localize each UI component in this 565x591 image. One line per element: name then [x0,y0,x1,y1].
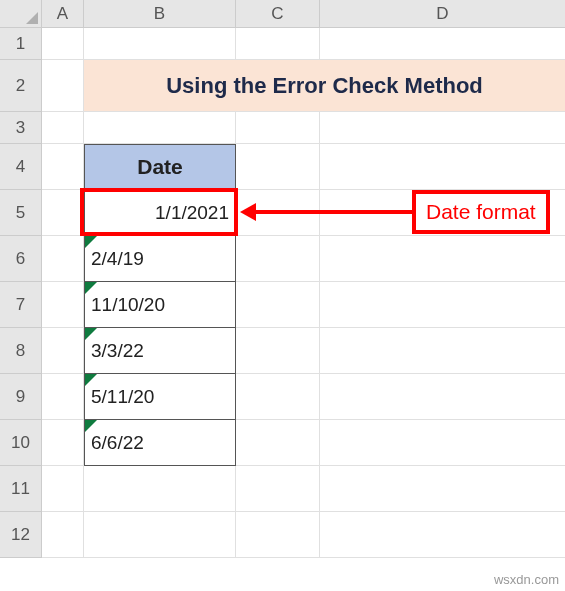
row-header-10[interactable]: 10 [0,420,42,466]
cell-d1[interactable] [320,28,565,60]
cell-c8[interactable] [236,328,320,374]
row-header-3[interactable]: 3 [0,112,42,144]
cell-c7[interactable] [236,282,320,328]
row-header-1[interactable]: 1 [0,28,42,60]
cell-d9[interactable] [320,374,565,420]
cell-c6[interactable] [236,236,320,282]
cell-d12[interactable] [320,512,565,558]
cell-a12[interactable] [42,512,84,558]
column-header-d[interactable]: D [320,0,565,28]
cell-d6[interactable] [320,236,565,282]
arrow-line [254,210,412,214]
cell-d7[interactable] [320,282,565,328]
cell-c10[interactable] [236,420,320,466]
cell-b3[interactable] [84,112,236,144]
cell-c12[interactable] [236,512,320,558]
row-header-6[interactable]: 6 [0,236,42,282]
row-header-11[interactable]: 11 [0,466,42,512]
cell-a2[interactable] [42,60,84,112]
cell-a4[interactable] [42,144,84,190]
arrow-head-icon [240,203,256,221]
cell-a9[interactable] [42,374,84,420]
watermark: wsxdn.com [494,572,559,587]
select-all-corner[interactable] [0,0,42,28]
cell-d3[interactable] [320,112,565,144]
cell-b6[interactable]: 2/4/19 [84,236,236,282]
cell-b5[interactable]: 1/1/2021 [84,190,236,236]
table-header-date[interactable]: Date [84,144,236,190]
cell-a11[interactable] [42,466,84,512]
cell-a3[interactable] [42,112,84,144]
callout-date-format: Date format [412,190,550,234]
cell-b8[interactable]: 3/3/22 [84,328,236,374]
cell-b7[interactable]: 11/10/20 [84,282,236,328]
column-headers: A B C D [42,0,565,28]
cell-a1[interactable] [42,28,84,60]
cell-b1[interactable] [84,28,236,60]
row-header-9[interactable]: 9 [0,374,42,420]
row-header-8[interactable]: 8 [0,328,42,374]
cell-a10[interactable] [42,420,84,466]
cell-c11[interactable] [236,466,320,512]
column-header-b[interactable]: B [84,0,236,28]
cell-d11[interactable] [320,466,565,512]
row-header-12[interactable]: 12 [0,512,42,558]
cell-grid: Using the Error Check Method Date 1/1/20… [42,28,565,558]
cell-c1[interactable] [236,28,320,60]
column-header-a[interactable]: A [42,0,84,28]
row-headers: 1 2 3 4 5 6 7 8 9 10 11 12 [0,28,42,558]
title-cell[interactable]: Using the Error Check Method [84,60,565,112]
cell-a5[interactable] [42,190,84,236]
cell-b9[interactable]: 5/11/20 [84,374,236,420]
cell-c4[interactable] [236,144,320,190]
spreadsheet: A B C D 1 2 3 4 5 6 7 8 9 10 11 12 Using… [0,0,565,591]
cell-a8[interactable] [42,328,84,374]
cell-c3[interactable] [236,112,320,144]
cell-b11[interactable] [84,466,236,512]
cell-b10[interactable]: 6/6/22 [84,420,236,466]
cell-c9[interactable] [236,374,320,420]
cell-d4[interactable] [320,144,565,190]
cell-a6[interactable] [42,236,84,282]
cell-a7[interactable] [42,282,84,328]
cell-d10[interactable] [320,420,565,466]
row-header-2[interactable]: 2 [0,60,42,112]
cell-b12[interactable] [84,512,236,558]
row-header-5[interactable]: 5 [0,190,42,236]
row-header-4[interactable]: 4 [0,144,42,190]
column-header-c[interactable]: C [236,0,320,28]
cell-d8[interactable] [320,328,565,374]
row-header-7[interactable]: 7 [0,282,42,328]
